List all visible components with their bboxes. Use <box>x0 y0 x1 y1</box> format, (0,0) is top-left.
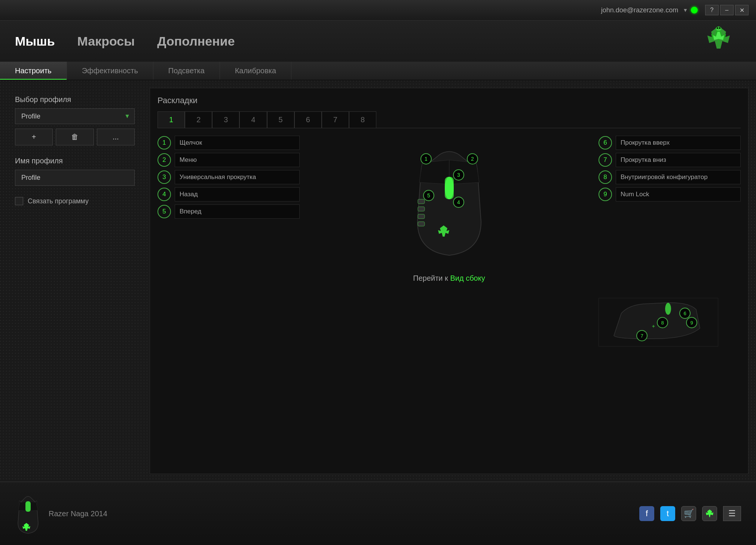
layout-tab-6[interactable]: 6 <box>294 111 322 128</box>
bind-program-label: Связать программу <box>28 197 89 205</box>
main-panel: Раскладки 1 2 3 4 5 6 7 8 1 2 <box>150 88 749 474</box>
mouse-center: 1 2 3 4 5 <box>307 136 591 283</box>
layout-tabs: 1 2 3 4 5 6 7 8 <box>157 111 741 128</box>
add-profile-button[interactable]: + <box>15 129 53 145</box>
button-row-3: 3 <box>157 170 300 184</box>
layout-tab-5[interactable]: 5 <box>267 111 294 128</box>
facebook-icon[interactable]: f <box>639 506 654 521</box>
svg-point-1 <box>717 27 718 29</box>
svg-text:4: 4 <box>457 199 460 205</box>
button-row-2: 2 <box>157 153 300 167</box>
twitter-icon[interactable]: t <box>660 506 675 521</box>
nav-item-macros[interactable]: Макросы <box>77 34 135 49</box>
subnav-performance[interactable]: Эффективность <box>67 62 153 80</box>
button-3-input[interactable] <box>175 170 300 184</box>
footer-device-name: Razer Naga 2014 <box>49 509 107 518</box>
button-4-input[interactable] <box>175 187 300 201</box>
layout-tab-2[interactable]: 2 <box>185 111 212 128</box>
svg-rect-5 <box>418 199 425 204</box>
minimize-button[interactable]: – <box>720 5 734 15</box>
svg-rect-8 <box>418 222 425 226</box>
side-view-link[interactable]: Вид сбоку <box>450 274 485 282</box>
razer-logo <box>696 24 741 59</box>
button-row-7: 7 <box>599 153 741 167</box>
top-bar: john.doe@razerzone.com ▼ ? – ✕ <box>0 0 756 21</box>
button-6-input[interactable] <box>616 136 741 150</box>
right-column: 6 7 8 9 <box>599 136 741 347</box>
button-7-input[interactable] <box>616 153 741 167</box>
layout-tab-3[interactable]: 3 <box>212 111 239 128</box>
subnav-calibration[interactable]: Калибровка <box>220 62 291 80</box>
footer-mouse-icon <box>15 493 41 534</box>
svg-point-2 <box>719 27 720 29</box>
layout-tab-1[interactable]: 1 <box>157 111 185 128</box>
button-number-6: 6 <box>599 136 612 150</box>
user-email: john.doe@razerzone.com <box>601 6 678 14</box>
razer-site-icon[interactable] <box>702 506 717 521</box>
bind-program-checkbox[interactable] <box>15 197 23 205</box>
button-number-2: 2 <box>157 153 171 167</box>
button-number-8: 8 <box>599 170 612 184</box>
button-number-9: 9 <box>599 188 612 201</box>
profile-buttons: + 🗑 ... <box>15 129 135 145</box>
side-view-thumbnail: ✦ 6 7 8 9 <box>599 298 718 347</box>
nav-item-mouse[interactable]: Мышь <box>15 34 55 49</box>
profile-name-input[interactable] <box>15 170 135 186</box>
profile-select-wrapper: Profile ▼ <box>15 108 135 124</box>
svg-text:5: 5 <box>427 193 430 198</box>
main-content: Выбор профиля Profile ▼ + 🗑 ... Имя проф… <box>0 80 756 481</box>
button-number-5: 5 <box>157 205 171 218</box>
profile-select-label: Выбор профиля <box>15 95 135 104</box>
window-controls: ? – ✕ <box>705 5 749 15</box>
button-list-right: 6 7 8 9 <box>599 136 741 201</box>
profile-select[interactable]: Profile <box>15 108 135 124</box>
sidebar: Выбор профиля Profile ▼ + 🗑 ... Имя проф… <box>7 88 142 474</box>
svg-text:7: 7 <box>640 333 643 339</box>
nav-item-extras[interactable]: Дополнение <box>157 34 235 49</box>
help-button[interactable]: ? <box>705 5 719 15</box>
layout-tab-8[interactable]: 8 <box>349 111 376 128</box>
mouse-image: 1 2 3 4 5 <box>401 139 498 267</box>
layouts-header: Раскладки <box>157 96 741 105</box>
button-row-4: 4 <box>157 187 300 201</box>
mapping-area: 1 2 3 4 5 <box>157 136 741 347</box>
button-row-8: 8 <box>599 170 741 184</box>
button-1-input[interactable] <box>175 136 300 150</box>
svg-rect-30 <box>25 501 31 512</box>
svg-rect-7 <box>418 214 425 219</box>
button-row-5: 5 <box>157 204 300 219</box>
footer-right: f t 🛒 ☰ <box>639 506 741 521</box>
button-2-input[interactable] <box>175 153 300 167</box>
online-status-icon <box>691 7 698 13</box>
close-button[interactable]: ✕ <box>735 5 749 15</box>
dropdown-arrow-icon[interactable]: ▼ <box>683 7 688 13</box>
footer: Razer Naga 2014 f t 🛒 ☰ <box>0 481 756 545</box>
footer-left: Razer Naga 2014 <box>15 493 107 534</box>
button-5-input[interactable] <box>175 204 300 219</box>
layout-tab-4[interactable]: 4 <box>239 111 267 128</box>
delete-profile-button[interactable]: 🗑 <box>56 129 94 145</box>
button-row-6: 6 <box>599 136 741 150</box>
subnav-customize[interactable]: Настроить <box>0 62 67 80</box>
subnav-lighting[interactable]: Подсветка <box>153 62 220 80</box>
button-number-7: 7 <box>599 153 612 167</box>
svg-text:1: 1 <box>425 156 428 162</box>
shop-icon[interactable]: 🛒 <box>681 506 696 521</box>
bind-program-row: Связать программу <box>15 197 135 205</box>
sub-nav: Настроить Эффективность Подсветка Калибр… <box>0 62 756 80</box>
button-row-9: 9 <box>599 187 741 201</box>
button-row-1: 1 <box>157 136 300 150</box>
more-options-button[interactable]: ... <box>97 129 135 145</box>
hamburger-icon: ☰ <box>728 509 736 518</box>
svg-text:✦: ✦ <box>651 323 656 329</box>
user-info: john.doe@razerzone.com ▼ <box>601 6 698 14</box>
layout-tab-7[interactable]: 7 <box>322 111 349 128</box>
svg-text:6: 6 <box>683 311 686 316</box>
button-8-input[interactable] <box>616 170 741 184</box>
button-9-input[interactable] <box>616 187 741 201</box>
svg-rect-6 <box>418 207 425 211</box>
button-number-4: 4 <box>157 188 171 201</box>
svg-text:9: 9 <box>690 320 693 326</box>
hamburger-menu-button[interactable]: ☰ <box>723 506 741 521</box>
profile-select-section: Выбор профиля Profile ▼ + 🗑 ... <box>15 95 135 145</box>
